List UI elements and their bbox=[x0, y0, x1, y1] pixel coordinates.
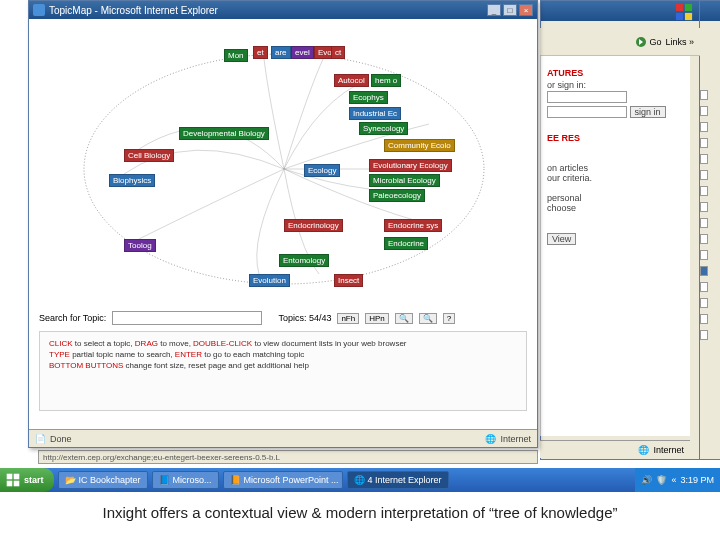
topic-node[interactable]: are bbox=[271, 46, 291, 59]
signin-heading: or sign in: bbox=[547, 80, 684, 90]
taskbar-item[interactable]: 📙Microsoft PowerPoint ... bbox=[223, 471, 343, 489]
sidebar-text: choose bbox=[547, 203, 684, 213]
search-bar: Search for Topic: Topics: 54/43 nFh HPn … bbox=[39, 311, 527, 325]
zoom-out-button[interactable]: 🔍 bbox=[419, 313, 437, 324]
topic-node[interactable]: Ecophys bbox=[349, 91, 388, 104]
topic-node[interactable]: Endocrine bbox=[384, 237, 428, 250]
ie-icon bbox=[33, 4, 45, 16]
svg-rect-2 bbox=[676, 13, 683, 20]
topic-node[interactable]: Community Ecolo bbox=[384, 139, 455, 152]
tray-icon[interactable]: 🔊 bbox=[641, 475, 652, 485]
taskbar-item[interactable]: 📂IC Bookchapter bbox=[58, 471, 148, 489]
next-button[interactable]: HPn bbox=[365, 313, 389, 324]
topics-count: Topics: 54/43 bbox=[278, 313, 331, 323]
globe-icon: 🌐 bbox=[485, 434, 496, 444]
password-field[interactable] bbox=[547, 106, 627, 118]
tray-expand-icon[interactable]: « bbox=[671, 475, 676, 485]
svg-rect-0 bbox=[676, 4, 683, 11]
go-button[interactable]: Go bbox=[635, 36, 661, 48]
clock: 3:19 PM bbox=[680, 475, 714, 485]
topic-node[interactable]: Evolution bbox=[249, 274, 290, 287]
sidebar-text: on articles bbox=[547, 163, 684, 173]
bg-urlbar: http://extern.cep.org/exchange;eu-entege… bbox=[38, 450, 538, 464]
topic-node[interactable]: evel bbox=[291, 46, 314, 59]
taskbar-item[interactable]: 📘Microso... bbox=[152, 471, 219, 489]
links-menu[interactable]: Links » bbox=[665, 37, 694, 47]
maximize-button[interactable]: □ bbox=[503, 4, 517, 16]
topic-node[interactable]: Industrial Ec bbox=[349, 107, 401, 120]
titlebar[interactable]: TopicMap - Microsoft Internet Explorer _… bbox=[29, 1, 537, 19]
topic-node[interactable]: Endocrinology bbox=[284, 219, 343, 232]
svg-rect-1 bbox=[685, 4, 692, 11]
system-tray[interactable]: 🔊 🛡️ « 3:19 PM bbox=[635, 468, 720, 492]
bg-statusbar: 🌐 Internet bbox=[540, 440, 690, 458]
zoom-in-button[interactable]: 🔍 bbox=[395, 313, 413, 324]
help-text: CLICK to select a topic, DRAG to move, D… bbox=[49, 339, 517, 371]
sidebar-text: personal bbox=[547, 193, 684, 203]
ie-navbar-partial: Go Links » bbox=[540, 28, 700, 56]
topic-node[interactable]: Entomology bbox=[279, 254, 329, 267]
topicmap-window: TopicMap - Microsoft Internet Explorer _… bbox=[28, 0, 538, 448]
zone-label: Internet bbox=[500, 434, 531, 444]
taskbar: start 📂IC Bookchapter 📘Microso... 📙Micro… bbox=[0, 468, 720, 492]
view-button[interactable]: View bbox=[547, 233, 576, 245]
topic-node[interactable]: Ecology bbox=[304, 164, 340, 177]
help-button[interactable]: ? bbox=[443, 313, 455, 324]
windows-logo-icon bbox=[6, 473, 20, 487]
tray-icon[interactable]: 🛡️ bbox=[656, 475, 667, 485]
statusbar: 📄 Done 🌐 Internet bbox=[29, 429, 537, 447]
svg-rect-8 bbox=[7, 481, 13, 487]
start-label: start bbox=[24, 475, 44, 485]
status-text: Done bbox=[50, 434, 72, 444]
topic-node[interactable]: Endocrine sys bbox=[384, 219, 442, 232]
username-field[interactable] bbox=[547, 91, 627, 103]
svg-rect-3 bbox=[685, 13, 692, 20]
minimize-button[interactable]: _ bbox=[487, 4, 501, 16]
topic-node[interactable]: Toolog bbox=[124, 239, 156, 252]
topic-node[interactable]: Cell Biology bbox=[124, 149, 174, 162]
svg-rect-6 bbox=[7, 474, 13, 480]
taskbar-item-active[interactable]: 🌐4 Internet Explorer bbox=[347, 471, 449, 489]
topic-node[interactable]: Paleoecology bbox=[369, 189, 425, 202]
arrow-right-icon bbox=[635, 36, 647, 48]
features-heading: ATURES bbox=[547, 68, 684, 78]
start-button[interactable]: start bbox=[0, 468, 54, 492]
topic-node[interactable]: Developmental Biology bbox=[179, 127, 269, 140]
slide-caption: Inxight offers a contextual view & moder… bbox=[0, 504, 720, 521]
topic-node[interactable]: Insect bbox=[334, 274, 363, 287]
topic-node[interactable]: Synecology bbox=[359, 122, 408, 135]
topic-node[interactable]: Autocol bbox=[334, 74, 369, 87]
topic-node[interactable]: et bbox=[253, 46, 268, 59]
go-label: Go bbox=[649, 37, 661, 47]
doc-icon: 📄 bbox=[35, 434, 46, 444]
close-button[interactable]: × bbox=[519, 4, 533, 16]
topic-map-canvas[interactable]: MonetareevelEvoctAutocolhem oEcophysIndu… bbox=[29, 19, 537, 329]
topic-node[interactable]: Biophysics bbox=[109, 174, 155, 187]
topic-node[interactable]: Mon bbox=[224, 49, 248, 62]
topic-node[interactable]: hem o bbox=[371, 74, 401, 87]
search-label: Search for Topic: bbox=[39, 313, 106, 323]
sidebar-text: our criteria. bbox=[547, 173, 684, 183]
prev-button[interactable]: nFh bbox=[337, 313, 359, 324]
zone-label: Internet bbox=[653, 445, 684, 455]
globe-icon: 🌐 bbox=[638, 445, 649, 455]
search-input[interactable] bbox=[112, 311, 262, 325]
background-sidebar: ATURES or sign in: sign in EE RES on art… bbox=[540, 56, 690, 436]
svg-rect-9 bbox=[14, 481, 20, 487]
window-title: TopicMap - Microsoft Internet Explorer bbox=[49, 5, 218, 16]
free-heading: EE RES bbox=[547, 133, 684, 143]
topic-node[interactable]: Microbial Ecology bbox=[369, 174, 440, 187]
topic-node[interactable]: Evolutionary Ecology bbox=[369, 159, 452, 172]
signin-button[interactable]: sign in bbox=[630, 106, 666, 118]
windows-logo-icon bbox=[675, 3, 693, 21]
scroll-indicator-stack bbox=[700, 90, 708, 340]
topic-node[interactable]: ct bbox=[331, 46, 345, 59]
svg-rect-7 bbox=[14, 474, 20, 480]
